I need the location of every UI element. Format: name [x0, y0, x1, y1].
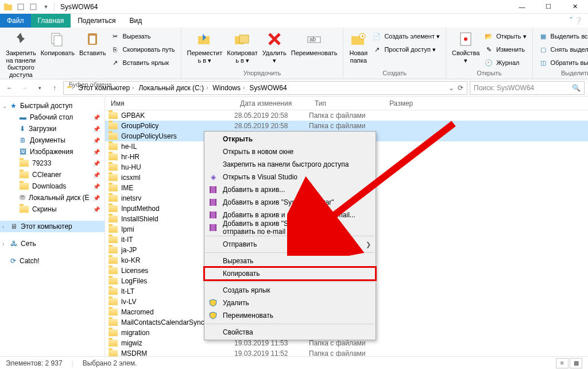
maximize-button[interactable]: ☐: [535, 0, 562, 14]
ribbon-group-select: ▦Выделить все ▢Снять выделение ◫Обратить…: [533, 28, 588, 79]
sidebar-item[interactable]: 79233📌: [0, 157, 105, 169]
copy-path-button[interactable]: ⎘Скопировать путь: [109, 44, 177, 55]
status-bar: Элементов: 2 937 | Выбрано 2 элем. ≡ ▦: [0, 356, 588, 369]
menu-delete[interactable]: Удалить: [204, 297, 376, 309]
sidebar-item[interactable]: Downloads📌: [0, 180, 105, 192]
window-controls: — ☐ ✕: [509, 0, 588, 14]
view-details-button[interactable]: ≡: [556, 358, 568, 368]
up-button[interactable]: ↑: [48, 82, 61, 94]
file-row[interactable]: GPBAK28.05.2019 20:58Папка с файлами: [105, 110, 588, 121]
folder-icon: [109, 195, 118, 202]
qat-dropdown[interactable]: ▼: [41, 2, 51, 11]
menu-sendto[interactable]: Отправить❯: [204, 238, 376, 251]
menu-rename[interactable]: Переименовать: [204, 309, 376, 322]
folder-icon: [109, 184, 118, 191]
tab-home[interactable]: Главная: [31, 14, 71, 28]
svg-rect-10: [239, 35, 249, 43]
rar-icon: [208, 210, 218, 220]
view-thumbs-button[interactable]: ▦: [570, 358, 582, 368]
sidebar-item[interactable]: ⛃Локальный диск (E📌: [0, 192, 105, 203]
new-item-button[interactable]: 📄Создать элемент ▾: [370, 30, 442, 42]
menu-shortcut[interactable]: Создать ярлык: [204, 284, 376, 297]
folder-icon: [20, 160, 29, 167]
status-selected-count: Выбрано 2 элем.: [83, 359, 137, 367]
ribbon-toggle[interactable]: ˆ ❔: [565, 14, 588, 28]
menu-add-archive[interactable]: Добавить в архив...: [204, 183, 376, 196]
sidebar-this-pc[interactable]: ›🖥Этот компьютер: [0, 221, 105, 232]
folder-icon: [109, 226, 118, 233]
tab-file[interactable]: Файл: [0, 14, 31, 28]
menu-open[interactable]: Открыть: [204, 133, 376, 145]
select-none-button[interactable]: ▢Снять выделение: [536, 44, 588, 55]
cut-icon: ✂: [111, 32, 120, 41]
folder-icon: [109, 350, 118, 356]
select-all-button[interactable]: ▦Выделить все: [536, 30, 588, 42]
sidebar-item[interactable]: CCleaner📌: [0, 169, 105, 180]
sidebar-network[interactable]: ›🖧Сеть: [0, 238, 105, 249]
folder-icon: [109, 133, 118, 140]
copy-button[interactable]: Копировать: [38, 29, 77, 58]
quick-access-toolbar: ▼: [0, 2, 55, 11]
menu-add-rar-mail[interactable]: Добавить в архив "SysWOW64.rar" и отправ…: [204, 221, 376, 234]
rar-icon: [208, 184, 218, 195]
breadcrumb-segment: Локальный диск (C:)›: [136, 84, 210, 92]
paste-button[interactable]: Вставить: [77, 29, 109, 58]
search-box[interactable]: Поиск: SysWOW64 🔍: [470, 81, 585, 95]
sidebar-item[interactable]: Скрины📌: [0, 203, 105, 215]
qat-item[interactable]: [29, 2, 38, 11]
folder-icon: [109, 216, 118, 222]
folder-icon: [109, 288, 118, 295]
history-button[interactable]: 🕘Журнал: [482, 57, 528, 68]
folder-icon: [109, 257, 118, 264]
pin-quickaccess-button[interactable]: Закрепить на панели быстрого доступа: [3, 29, 38, 80]
sidebar-quick-access[interactable]: ⌄★Быстрый доступ: [0, 100, 105, 112]
properties-button[interactable]: Свойства ▾: [450, 29, 482, 65]
sidebar-pictures[interactable]: 🖼Изображения📌: [0, 146, 105, 157]
rar-icon: [208, 197, 218, 207]
sidebar-desktop[interactable]: ▬Рабочий стол📌: [0, 112, 105, 123]
tab-view[interactable]: Вид: [122, 14, 149, 28]
forward-button[interactable]: →: [18, 82, 31, 94]
file-row[interactable]: MSDRM19.03.2019 11:52Папка с файлами: [105, 348, 588, 356]
address-dropdown[interactable]: ⌄: [448, 84, 454, 92]
copy-icon: [48, 30, 67, 48]
qat-item[interactable]: [16, 2, 25, 11]
sidebar-catch[interactable]: ⟳Catch!: [0, 255, 105, 267]
open-button[interactable]: 📂Открыть ▾: [482, 30, 528, 42]
menu-cut[interactable]: Вырезать: [204, 255, 376, 267]
network-icon: 🖧: [10, 240, 17, 248]
menu-open-vs[interactable]: ◈Открыть в Visual Studio: [204, 171, 376, 183]
new-folder-button[interactable]: ✦Новая папка: [347, 29, 370, 65]
menu-properties[interactable]: Свойства: [204, 326, 376, 339]
menu-copy[interactable]: Копировать: [204, 267, 376, 280]
delete-button[interactable]: Удалить ▾: [260, 29, 289, 65]
column-headers[interactable]: Имя Дата изменения Тип Размер: [105, 97, 588, 110]
menu-pin[interactable]: Закрепить на панели быстрого доступа: [204, 158, 376, 171]
cut-button[interactable]: ✂Вырезать: [109, 30, 177, 42]
file-row[interactable]: GroupPolicy28.05.2019 20:58Папка с файла…: [105, 121, 588, 131]
shortcut-icon: ↗: [111, 58, 120, 67]
menu-open-new[interactable]: Открыть в новом окне: [204, 145, 376, 158]
sidebar-documents[interactable]: 🗎Документы📌: [0, 134, 105, 146]
shield-icon: [208, 298, 218, 308]
easy-access-button[interactable]: ↗Простой доступ ▾: [370, 44, 442, 55]
paste-shortcut-button[interactable]: ↗Вставить ярлык: [109, 57, 177, 68]
refresh-button[interactable]: ⟳: [458, 84, 463, 92]
tab-share[interactable]: Поделиться: [71, 14, 122, 28]
folder-icon: [109, 153, 118, 160]
svg-rect-0: [4, 5, 12, 10]
address-bar[interactable]: › Этот компьютер› Локальный диск (C:)› W…: [63, 81, 467, 95]
edit-button[interactable]: ✎Изменить: [482, 44, 528, 55]
copyto-button[interactable]: Копироват ь в ▾: [225, 29, 260, 65]
recent-button[interactable]: ▾: [33, 82, 46, 94]
back-button[interactable]: ←: [3, 82, 16, 94]
ribbon-group-clipboard: Закрепить на панели быстрого доступа Коп…: [0, 28, 181, 79]
rename-button[interactable]: abПереименовать: [289, 29, 340, 58]
sidebar-downloads[interactable]: ⬇Загрузки📌: [0, 123, 105, 134]
minimize-button[interactable]: —: [509, 0, 535, 14]
menu-add-rar[interactable]: Добавить в архив "SysWOW64.rar": [204, 196, 376, 209]
invert-selection-button[interactable]: ◫Обратить выделение: [536, 57, 588, 68]
breadcrumb-segment: Windows›: [210, 84, 247, 92]
close-button[interactable]: ✕: [562, 0, 588, 14]
moveto-button[interactable]: Переместит ь в ▾: [185, 29, 225, 65]
